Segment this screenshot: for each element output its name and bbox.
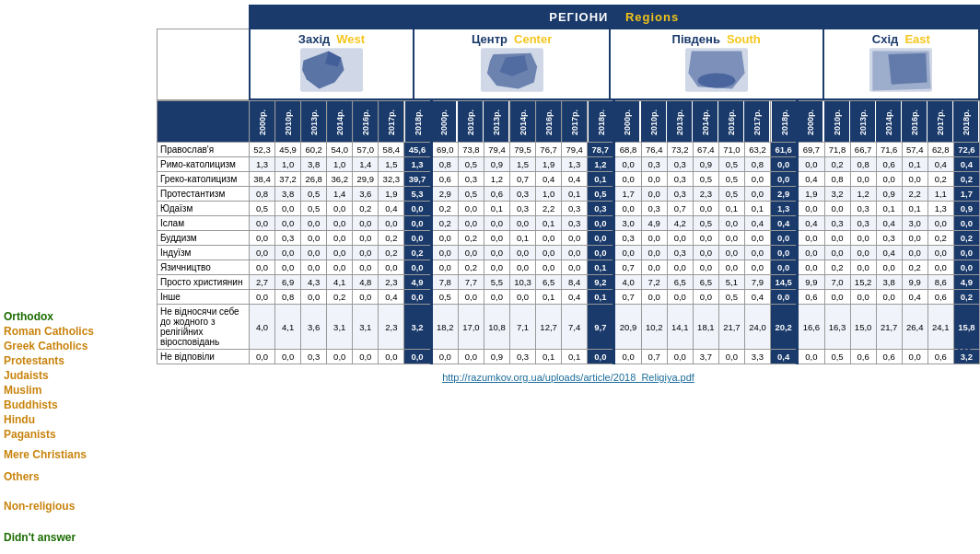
- data-cell: 0,2: [458, 231, 484, 246]
- data-cell: 0,0: [484, 290, 509, 305]
- year-w-2010: 2010р.: [275, 101, 301, 143]
- data-cell: 9,9: [902, 275, 928, 290]
- west-map: [300, 46, 363, 94]
- data-cell: 0,0: [588, 350, 614, 364]
- data-cell: 0,8: [850, 157, 876, 172]
- data-cell: 0,0: [353, 260, 379, 275]
- data-cell: 0,0: [641, 246, 667, 260]
- label-didnt-answer: Didn't answer: [0, 530, 157, 545]
- data-cell: 17,0: [458, 305, 484, 350]
- data-cell: 0,2: [379, 231, 404, 246]
- data-cell: 0,0: [771, 290, 798, 305]
- data-cell: 0,0: [744, 187, 770, 202]
- data-cell: 21,7: [718, 305, 744, 350]
- data-cell: 0,5: [301, 187, 327, 202]
- data-cell: 63,2: [744, 143, 770, 157]
- data-cell: 0,1: [536, 216, 562, 231]
- data-cell: 0,0: [744, 231, 770, 246]
- data-cell: 0,0: [301, 246, 327, 260]
- region-center-en: Center: [514, 32, 552, 46]
- year-s-2013: 2013р.: [667, 101, 693, 143]
- table-row: Римо-католицизм1,31,03,81,01,41,51,30,80…: [158, 157, 980, 172]
- data-cell: 0,3: [641, 157, 667, 172]
- regions-header-table: РЕГІОНИ Regions Захід West: [157, 5, 980, 100]
- data-cell: 0,0: [458, 350, 484, 364]
- data-cell: 0,7: [667, 202, 693, 216]
- label-buddhists: Buddhists: [0, 398, 157, 412]
- data-cell: 0,0: [798, 246, 824, 260]
- data-cell: 0,6: [928, 350, 953, 364]
- data-cell: 0,5: [693, 172, 718, 187]
- data-cell: 0,3: [510, 187, 536, 202]
- data-cell: 67,4: [693, 143, 718, 157]
- row-label-cell: Інше: [158, 290, 250, 305]
- data-cell: 12,7: [536, 305, 562, 350]
- data-cell: 0,0: [250, 231, 275, 246]
- data-cell: 0,0: [250, 246, 275, 260]
- data-cell: 0,0: [614, 246, 641, 260]
- label-others: Others: [0, 469, 157, 484]
- data-cell: 4,9: [404, 275, 431, 290]
- year-c-2014: 2014р.: [510, 101, 536, 143]
- data-cell: 0,0: [641, 260, 667, 275]
- data-cell: 69,7: [798, 143, 824, 157]
- data-cell: 0,0: [327, 231, 353, 246]
- data-cell: 0,0: [718, 350, 744, 364]
- data-cell: 0,0: [614, 172, 641, 187]
- data-cell: 0,2: [928, 231, 953, 246]
- data-cell: 24,1: [928, 305, 953, 350]
- data-cell: 0,0: [614, 157, 641, 172]
- table-row: Не відносячи себе до жодного з релігійни…: [158, 305, 980, 350]
- data-cell: 3,8: [876, 275, 902, 290]
- region-south-ru: Південь: [672, 32, 720, 46]
- data-cell: 10,3: [510, 275, 536, 290]
- data-cell: 7,1: [510, 305, 536, 350]
- data-cell: 0,0: [771, 231, 798, 246]
- data-cell: 0,0: [824, 290, 850, 305]
- data-cell: 0,0: [718, 216, 744, 231]
- year-e-2013: 2013р.: [850, 101, 876, 143]
- label-greek-catholics: Greek Catholics: [0, 339, 157, 353]
- data-cell: 0,3: [667, 246, 693, 260]
- data-cell: 0,0: [250, 260, 275, 275]
- data-cell: 0,0: [850, 246, 876, 260]
- data-cell: 0,3: [824, 216, 850, 231]
- source-link[interactable]: http://razumkov.org.ua/uploads/article/2…: [442, 372, 694, 383]
- data-cell: 1,7: [614, 187, 641, 202]
- data-cell: 24,0: [744, 305, 770, 350]
- svg-point-8: [697, 73, 735, 87]
- data-cell: 2,3: [693, 187, 718, 202]
- data-cell: 0,0: [301, 260, 327, 275]
- data-cell: 0,0: [667, 260, 693, 275]
- data-cell: 0,0: [798, 260, 824, 275]
- label-mere-christians: Mere Christians: [0, 442, 157, 469]
- data-cell: 8,4: [562, 275, 588, 290]
- data-cell: 0,0: [771, 246, 798, 260]
- data-cell: 0,5: [588, 187, 614, 202]
- data-cell: 1,5: [379, 157, 404, 172]
- data-cell: 0,7: [614, 260, 641, 275]
- data-cell: 3,7: [693, 350, 718, 364]
- data-cell: 1,9: [798, 187, 824, 202]
- data-cell: 60,2: [301, 143, 327, 157]
- data-cell: 0,0: [928, 260, 953, 275]
- data-cell: 26,8: [301, 172, 327, 187]
- data-cell: 7,4: [562, 305, 588, 350]
- data-cell: 0,5: [458, 157, 484, 172]
- data-cell: 0,3: [850, 216, 876, 231]
- data-cell: 0,0: [850, 172, 876, 187]
- data-cell: 0,4: [876, 216, 902, 231]
- data-cell: 2,2: [536, 202, 562, 216]
- data-cell: 0,0: [693, 290, 718, 305]
- data-cell: 20,2: [771, 305, 798, 350]
- data-cell: 10,8: [484, 305, 509, 350]
- data-cell: 78,7: [588, 143, 614, 157]
- data-cell: 0,0: [275, 350, 301, 364]
- data-cell: 0,0: [876, 172, 902, 187]
- data-cell: 0,1: [536, 350, 562, 364]
- data-cell: 0,1: [902, 202, 928, 216]
- data-cell: 37,2: [275, 172, 301, 187]
- data-cell: 0,0: [902, 172, 928, 187]
- data-cell: 71,0: [718, 143, 744, 157]
- data-cell: 5,3: [404, 187, 431, 202]
